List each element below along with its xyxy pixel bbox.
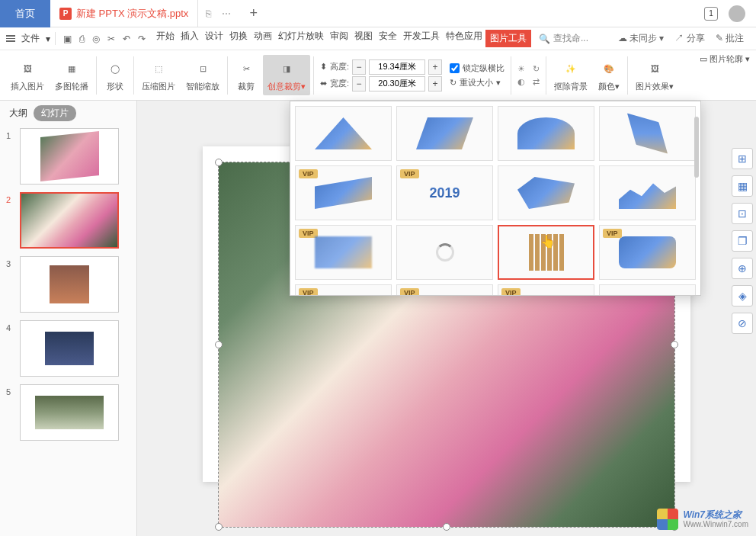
crop-template[interactable] xyxy=(498,106,594,161)
tab-start[interactable]: 开始 xyxy=(153,30,178,47)
shapes-button[interactable]: ◯ 形状 xyxy=(100,58,130,92)
slide-item[interactable]: 3 xyxy=(6,256,130,313)
side-tool-6[interactable]: ◈ xyxy=(732,285,753,307)
reset-size-button[interactable]: ↻ 重设大小 ▾ xyxy=(450,77,505,88)
side-tool-5[interactable]: ⊕ xyxy=(732,258,753,279)
crop-template[interactable]: VIP2019 xyxy=(396,165,493,220)
side-tool-3[interactable]: ⊡ xyxy=(732,203,753,224)
height-minus[interactable]: − xyxy=(352,59,366,75)
tab-devtools[interactable]: 开发工具 xyxy=(400,30,443,47)
tab-transition[interactable]: 切换 xyxy=(226,30,251,47)
crop-template[interactable]: VIP xyxy=(295,165,392,220)
flip-icon[interactable]: ⇄ xyxy=(533,77,540,87)
crop-template[interactable]: VIP xyxy=(295,225,392,280)
crop-button[interactable]: ✂ 裁剪 xyxy=(231,58,261,92)
crop-template[interactable] xyxy=(295,106,392,161)
document-tab[interactable]: P 新建 PPTX 演示文稿.pptx xyxy=(50,0,198,27)
tab-insert[interactable]: 插入 xyxy=(178,30,202,47)
undo-icon[interactable]: ↶ xyxy=(123,34,130,44)
slide-thumb-1[interactable] xyxy=(20,128,119,185)
outline-tab[interactable]: 大纲 xyxy=(9,107,27,120)
side-tool-1[interactable]: ⊞ xyxy=(732,148,753,169)
smart-zoom-button[interactable]: ⊡ 智能缩放 xyxy=(181,58,224,92)
tab-image-tools[interactable]: 图片工具 xyxy=(485,30,531,47)
resize-handle-bc[interactable] xyxy=(443,523,450,531)
crop-template[interactable] xyxy=(599,165,696,220)
slide-thumb-2[interactable] xyxy=(20,192,119,249)
height-plus[interactable]: + xyxy=(428,59,442,75)
slide-thumb-3[interactable] xyxy=(20,256,119,313)
search-box[interactable]: 🔍 查找命... xyxy=(533,32,594,45)
slide-item[interactable]: 2 xyxy=(6,192,130,249)
crop-template[interactable] xyxy=(498,165,594,220)
effects-button[interactable]: 🖼 图片效果▾ xyxy=(631,58,678,92)
resize-handle-tl[interactable] xyxy=(215,159,223,166)
rotate-icon[interactable]: ↻ xyxy=(533,64,540,74)
tab-animation[interactable]: 动画 xyxy=(251,30,275,47)
crop-template[interactable]: VIP xyxy=(396,284,493,295)
file-dropdown-icon[interactable]: ▾ xyxy=(46,34,50,44)
width-minus[interactable]: − xyxy=(352,76,366,91)
side-tool-2[interactable]: ▦ xyxy=(732,175,753,197)
tab-slideshow[interactable]: 幻灯片放映 xyxy=(275,30,327,47)
tab-features[interactable]: 特色应用 xyxy=(443,30,485,47)
width-input[interactable] xyxy=(369,76,425,91)
user-avatar[interactable] xyxy=(729,5,745,22)
tab-more-icon[interactable]: ⋯ xyxy=(222,8,231,19)
slide-item[interactable]: 1 xyxy=(6,128,130,185)
side-tool-4[interactable]: ❐ xyxy=(732,230,753,252)
slide-thumb-5[interactable] xyxy=(20,384,119,441)
contrast-icon[interactable]: ◐ xyxy=(517,77,525,87)
insert-image-button[interactable]: 🖼 插入图片 xyxy=(6,58,49,92)
notification-badge[interactable]: 1 xyxy=(704,7,718,21)
tab-security[interactable]: 安全 xyxy=(376,30,400,47)
pptx-icon: P xyxy=(59,8,72,20)
resize-handle-bl[interactable] xyxy=(215,523,223,531)
save-icon[interactable]: ▣ xyxy=(63,34,72,44)
home-tab[interactable]: 首页 xyxy=(0,0,50,27)
slide-item[interactable]: 5 xyxy=(6,384,130,441)
crop-template[interactable]: VIP xyxy=(295,284,392,295)
crop-template[interactable] xyxy=(396,106,493,161)
ribbon: 🖼 插入图片 ▦ 多图轮播 ◯ 形状 ⬚ 压缩图片 ⊡ 智能缩放 ✂ 裁剪 ◨ … xyxy=(0,50,756,101)
print-icon[interactable]: ⎙ xyxy=(79,34,85,44)
lock-ratio-checkbox[interactable]: 锁定纵横比 xyxy=(450,63,505,74)
width-plus[interactable]: + xyxy=(428,76,442,91)
preview-icon[interactable]: ◎ xyxy=(92,34,100,44)
slide-thumb-4[interactable] xyxy=(20,320,119,377)
resize-handle-mr[interactable] xyxy=(671,341,678,348)
creative-crop-button[interactable]: ◨ 创意裁剪▾ xyxy=(263,55,310,95)
hamburger-icon[interactable] xyxy=(6,35,15,42)
crop-template-loading[interactable] xyxy=(396,225,493,280)
crop-template[interactable]: VIP xyxy=(498,284,594,295)
compress-button[interactable]: ⬚ 压缩图片 xyxy=(137,58,180,92)
crop-template-selected[interactable]: 👆 xyxy=(498,225,594,280)
tab-view[interactable]: 视图 xyxy=(351,30,376,47)
file-menu[interactable]: 文件 xyxy=(21,32,40,45)
multi-image-button[interactable]: ▦ 多图轮播 xyxy=(50,58,93,92)
watermark-title: Win7系统之家 xyxy=(683,509,748,520)
gallery-scrollbar[interactable] xyxy=(694,117,699,178)
side-tool-7[interactable]: ⊘ xyxy=(732,313,753,334)
document-title: 新建 PPTX 演示文稿.pptx xyxy=(76,7,188,21)
remove-bg-button[interactable]: ✨ 抠除背景 xyxy=(549,58,592,92)
annotate-button[interactable]: ✎ 批注 xyxy=(716,32,744,45)
tab-review[interactable]: 审阅 xyxy=(327,30,351,47)
height-input[interactable] xyxy=(369,59,425,75)
resize-handle-ml[interactable] xyxy=(215,341,223,348)
crop-template[interactable]: VIP xyxy=(599,225,696,280)
outline-button[interactable]: ▭ 图片轮廓 ▾ xyxy=(700,53,750,65)
sync-status[interactable]: ☁ 未同步 ▾ xyxy=(618,32,665,45)
brightness-icon[interactable]: ☀ xyxy=(517,64,525,74)
slide-item[interactable]: 4 xyxy=(6,320,130,377)
share-button[interactable]: ↗ 分享 xyxy=(674,32,704,45)
redo-icon[interactable]: ↷ xyxy=(138,34,146,44)
slides-tab[interactable]: 幻灯片 xyxy=(34,105,76,121)
new-tab-button[interactable]: + xyxy=(239,5,268,21)
cut-icon[interactable]: ✂ xyxy=(107,34,115,44)
tab-design[interactable]: 设计 xyxy=(202,30,226,47)
color-button[interactable]: 🎨 颜色▾ xyxy=(594,58,624,92)
crop-template[interactable] xyxy=(599,106,696,161)
tab-sync-icon[interactable]: ⎘ xyxy=(206,8,211,19)
crop-template[interactable] xyxy=(599,284,696,295)
